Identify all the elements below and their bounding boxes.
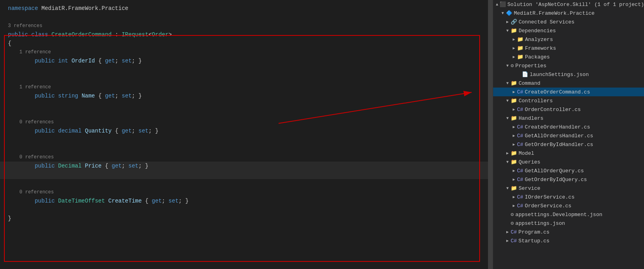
solution-icon: ⬛: [500, 1, 506, 8]
expand-icon: ▲: [495, 2, 500, 7]
frameworks-label: Frameworks: [525, 45, 556, 51]
solution-label: Solution 'AspNetCore.Skill' (1 of 1 proj…: [507, 2, 644, 8]
tree-model[interactable]: ▶ 📁 Model: [493, 149, 644, 158]
code-line-blank4: [0, 144, 488, 153]
folder-icon: 📁: [511, 80, 517, 86]
tree-frameworks[interactable]: ▶ 📁 Frameworks: [493, 44, 644, 53]
tree-service[interactable]: ▼ 📁 Service: [493, 184, 644, 193]
cs-icon: C#: [517, 177, 523, 183]
code-line-namespace: namespace MediatR.FrameWork.Practice: [0, 4, 488, 13]
queries-label: Queries: [519, 159, 541, 165]
order-controller-label: OrderController.cs: [525, 107, 581, 113]
code-line-createtime: public DateTimeOffset CreateTime { get; …: [0, 197, 488, 214]
tree-properties[interactable]: ▼ ⚙ Properties: [493, 61, 644, 70]
expand-icon-oc: ▶: [511, 107, 517, 112]
expand-icon-command: ▼: [504, 81, 511, 86]
tree-iorderservice[interactable]: ▶ C# IOrderService.cs: [493, 193, 644, 201]
expand-icon-frameworks: ▶: [511, 46, 517, 51]
folder-icon: 📁: [517, 36, 523, 43]
getorderbyid-query-label: GetOrderByIdQuery.cs: [525, 177, 587, 183]
code-line-ref6: 0 references: [0, 188, 488, 197]
expand-icon-startup: ▶: [504, 238, 511, 243]
cs-icon: C#: [517, 124, 523, 130]
tree-dependencies[interactable]: ▼ 📁 Dependencies: [493, 26, 644, 35]
tree-project[interactable]: ▼ 🔷 MediatR.FrameWork.Practice: [493, 9, 644, 18]
tree-packages[interactable]: ▶ 📁 Packages: [493, 53, 644, 61]
properties-label: Properties: [515, 63, 546, 69]
expand-icon-coh: ▶: [511, 125, 517, 129]
tree-appsettings[interactable]: ⚙ appsettings.json: [493, 219, 644, 228]
folder-icon: 📁: [511, 150, 517, 156]
tree-command[interactable]: ▼ 📁 Command: [493, 79, 644, 88]
getallorder-query-label: GetAllOrderQuery.cs: [525, 168, 584, 174]
tree-getallorders-handler[interactable]: ▶ C# GetAllOrdersHandler.cs: [493, 131, 644, 140]
cs-icon: C#: [517, 194, 523, 200]
tree-create-order-handler[interactable]: ▶ C# CreateOrderHandler.cs: [493, 123, 644, 131]
tree-queries[interactable]: ▼ 📁 Queries: [493, 158, 644, 166]
code-line-ref4: 0 references: [0, 118, 488, 127]
tree-orderservice[interactable]: ▶ C# OrderService.cs: [493, 201, 644, 210]
tree-analyzers[interactable]: ▶ 📁 Analyzers: [493, 35, 644, 44]
appsettings-dev-label: appsettings.Development.json: [515, 212, 602, 218]
command-label: Command: [519, 80, 541, 86]
solution-explorer: ▲ ⬛ Solution 'AspNetCore.Skill' (1 of 1 …: [493, 0, 644, 269]
project-icon: 🔷: [506, 10, 512, 16]
appsettings-label: appsettings.json: [515, 220, 565, 226]
expand-icon-analyzers: ▶: [511, 37, 517, 42]
expand-icon-handlers: ▼: [504, 116, 511, 121]
expand-icon-os: ▶: [511, 203, 517, 208]
code-line-open-brace: {: [0, 39, 488, 48]
analyzers-label: Analyzers: [525, 37, 553, 43]
orderservice-label: OrderService.cs: [525, 203, 572, 209]
folder-icon: 📁: [517, 45, 523, 51]
expand-icon-gaoq: ▶: [511, 168, 517, 173]
expand-icon-deps: ▼: [504, 29, 511, 33]
connected-icon: 🔗: [511, 19, 517, 25]
code-line-blank3: [0, 109, 488, 118]
program-label: Program.cs: [519, 229, 550, 235]
cs-icon: C#: [517, 168, 523, 174]
getorderbyid-handler-label: GetOrderByIdHandler.cs: [525, 142, 593, 148]
cs-icon: C#: [517, 203, 523, 209]
tree-getallorder-query[interactable]: ▶ C# GetAllOrderQuery.cs: [493, 166, 644, 175]
tree-startup[interactable]: ▶ C# Startup.cs: [493, 236, 644, 245]
tree-appsettings-dev[interactable]: ⚙ appsettings.Development.json: [493, 210, 644, 219]
tree-getorderbyid-query[interactable]: ▶ C# GetOrderByIdQuery.cs: [493, 175, 644, 184]
folder-icon: 📁: [511, 27, 517, 34]
iorderservice-label: IOrderService.cs: [525, 194, 575, 200]
tree-create-order-command[interactable]: ▶ C# CreateOrderCommand.cs: [493, 88, 644, 96]
expand-icon-model: ▶: [504, 151, 511, 156]
startup-label: Startup.cs: [519, 238, 550, 244]
code-line-ref2: 1 reference: [0, 48, 488, 57]
tree-order-controller[interactable]: ▶ C# OrderController.cs: [493, 105, 644, 114]
tree-program[interactable]: ▶ C# Program.cs: [493, 228, 644, 236]
tree-solution[interactable]: ▲ ⬛ Solution 'AspNetCore.Skill' (1 of 1 …: [493, 0, 644, 9]
code-line-orderid: public int OrderId { get; set; }: [0, 57, 488, 74]
connected-label: Connected Services: [519, 19, 574, 25]
cs-icon: C#: [517, 89, 523, 95]
vertical-scrollbar[interactable]: [488, 0, 493, 269]
project-label: MediatR.FrameWork.Practice: [514, 10, 595, 16]
keyword-namespace: namespace: [8, 4, 38, 13]
code-line-ref5: 0 references: [0, 153, 488, 162]
tree-controllers[interactable]: ▼ 📁 Controllers: [493, 96, 644, 105]
tree-connected-services[interactable]: ▶ 🔗 Connected Services: [493, 18, 644, 26]
code-line-name: public string Name { get; set; }: [0, 92, 488, 109]
expand-icon-ios: ▶: [511, 195, 517, 199]
expand-icon-launch: [515, 72, 522, 77]
code-line-quantity: public decimal Quantity { get; set; }: [0, 127, 488, 144]
packages-label: Packages: [525, 54, 550, 60]
cs-icon: C#: [517, 107, 523, 113]
folder-icon: 📁: [517, 54, 523, 60]
expand-icon-props: ▼: [504, 64, 511, 68]
code-line-blank: [0, 13, 488, 21]
code-line-ref1: 3 references: [0, 21, 488, 30]
service-label: Service: [519, 185, 541, 191]
expand-icon-service: ▼: [504, 186, 511, 191]
code-editor: namespace MediatR.FrameWork.Practice 3 r…: [0, 0, 488, 269]
tree-handlers[interactable]: ▼ 📁 Handlers: [493, 114, 644, 123]
controllers-label: Controllers: [519, 98, 553, 104]
tree-getorderbyid-handler[interactable]: ▶ C# GetOrderByIdHandler.cs: [493, 140, 644, 149]
model-label: Model: [519, 150, 534, 156]
tree-launch-settings[interactable]: 📄 launchSettings.json: [493, 70, 644, 79]
